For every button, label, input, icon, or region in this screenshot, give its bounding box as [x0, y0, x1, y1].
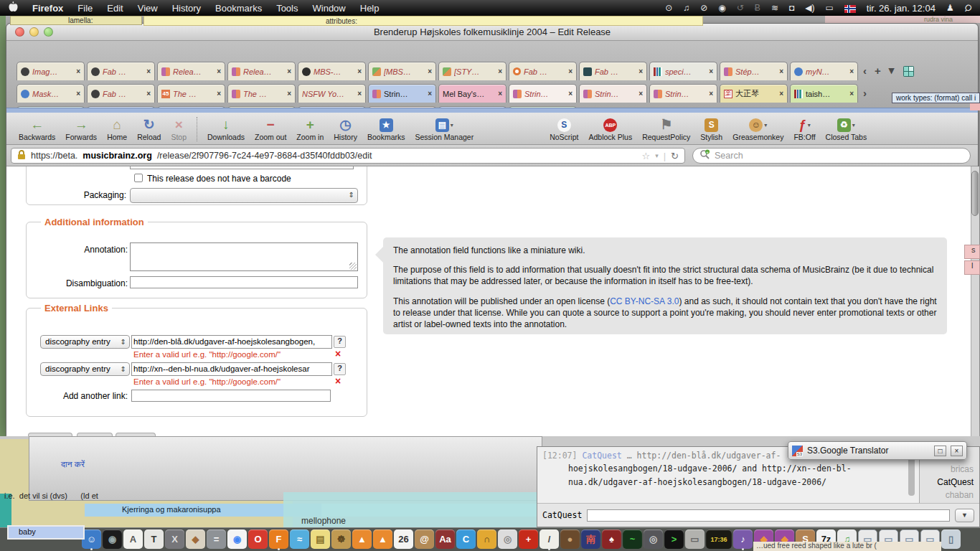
tab-close-icon[interactable]: × [849, 67, 854, 75]
toolbar-stylish[interactable]: SStylish [695, 117, 727, 141]
tab-close-icon[interactable]: × [217, 67, 221, 75]
menu-view[interactable]: View [138, 3, 158, 14]
volume-icon[interactable]: ◀) [805, 0, 814, 16]
menu-help[interactable]: Help [360, 3, 380, 14]
tab-the[interactable]: 45The …× [157, 84, 225, 103]
dock-pen-app[interactable]: / [540, 529, 559, 549]
tab-close-icon[interactable]: × [498, 67, 502, 75]
user-switch-icon[interactable]: ♟ [946, 0, 954, 16]
dock-cards[interactable]: ♠ [602, 529, 621, 549]
menubar-clock[interactable]: tir. 26. jan. 12:04 [867, 3, 936, 14]
toolbar-requestpolicy[interactable]: ⚑RequestPolicy [637, 117, 695, 141]
toolbar-noscript[interactable]: SNoScript [545, 117, 583, 141]
tab-item[interactable]: 楽大正琴× [720, 84, 788, 103]
tab-close-icon[interactable]: × [428, 90, 432, 98]
tab-mask[interactable]: Mask…× [17, 84, 85, 103]
toolbar-bookmarks[interactable]: ★Bookmarks [362, 117, 410, 141]
tab-close-icon[interactable]: × [146, 67, 151, 75]
link-help-button[interactable]: ? [334, 363, 346, 375]
link-url-input[interactable]: http://xn--den-bl-nua.dk/udgaver-af-hoej… [131, 362, 332, 376]
dock-addressbook[interactable]: @ [415, 529, 434, 549]
tab-close-icon[interactable]: × [287, 90, 291, 98]
window-titlebar[interactable]: Brenderup Højskoles folkemusiklinje 2004… [6, 24, 978, 41]
irc-message-input[interactable] [587, 509, 950, 522]
menu-file[interactable]: File [77, 3, 93, 14]
new-tab-button[interactable]: + [875, 65, 881, 77]
dock-stickies[interactable]: ▤ [311, 529, 330, 549]
dock-bittorrent[interactable]: C [456, 529, 476, 549]
irc-nick-catquest[interactable]: CatQuest [920, 476, 974, 489]
translator-close-button[interactable]: × [951, 446, 963, 456]
remove-link-icon[interactable]: × [335, 348, 341, 359]
add-link-input[interactable] [131, 390, 331, 402]
barcode-input[interactable] [130, 166, 354, 169]
dock-dashboard[interactable]: ◉ [103, 529, 122, 549]
scrollbar-thumb[interactable] [971, 171, 979, 216]
link-type-select[interactable]: discography entry⇕ [40, 362, 130, 376]
disambiguation-input[interactable] [130, 276, 358, 288]
toolbar-session-manager[interactable]: ▤▾Session Manager [410, 117, 479, 141]
dock-terminal[interactable]: > [664, 529, 684, 549]
toolbar-zoom-in[interactable]: +Zoom in [291, 117, 329, 141]
tab-close-icon[interactable]: × [146, 90, 151, 98]
translator-minimize-button[interactable]: □ [934, 446, 946, 456]
license-link[interactable]: CC BY-NC-SA 3.0 [610, 296, 679, 306]
tab-speci[interactable]: speci…× [649, 62, 717, 80]
dock-scope[interactable]: ~ [623, 529, 642, 549]
tab-strin[interactable]: Strin…× [509, 84, 577, 103]
toolbar-downloads[interactable]: ↓Downloads [202, 117, 250, 141]
tab-mbs[interactable]: MBS-…× [298, 62, 366, 80]
tab-taish[interactable]: taish…× [790, 84, 858, 103]
irc-nick-bricas[interactable]: bricas [920, 463, 974, 476]
tab-close-icon[interactable]: × [779, 67, 783, 75]
url-reload-icon[interactable]: ↻ [671, 151, 679, 161]
tab-strin[interactable]: Strin…× [579, 84, 647, 103]
keychain-lock-icon[interactable]: ◘ [789, 0, 794, 16]
dock-opera[interactable]: O [248, 529, 268, 549]
no-barcode-checkbox[interactable] [134, 174, 143, 182]
apple-menu-icon[interactable] [9, 1, 18, 14]
wifi-icon[interactable]: ≋ [771, 0, 778, 16]
dock-coffee[interactable]: ● [560, 529, 580, 549]
toolbar-stop[interactable]: ×Stop [166, 117, 192, 141]
search-bar[interactable]: + Search [692, 148, 971, 164]
dock-water-app[interactable]: ≈ [290, 529, 309, 549]
dock-latex[interactable]: T [144, 529, 164, 549]
menu-tools[interactable]: Tools [276, 3, 298, 14]
tab-close-icon[interactable]: × [568, 90, 573, 98]
dock-ical[interactable]: 26 [394, 529, 413, 549]
tab-groups-icon[interactable] [903, 66, 914, 77]
annotation-textarea[interactable] [130, 242, 358, 271]
menu-window[interactable]: Window [313, 3, 346, 14]
link-url-input[interactable]: http://den-blå.dk/udgaver-af-hoejskolesa… [131, 335, 332, 349]
dock-iphoto[interactable]: ◆ [186, 529, 205, 549]
tab-close-icon[interactable]: × [357, 67, 362, 75]
dock-dvd[interactable]: ◎ [498, 529, 517, 549]
tab-strin[interactable]: Strin…× [368, 84, 436, 103]
bluetooth-icon[interactable]: Ƀ [755, 0, 760, 16]
tab-strin[interactable]: Strin…× [649, 84, 717, 103]
toolbar-adblock-plus[interactable]: ABPAdblock Plus [583, 117, 637, 141]
do-not-disturb-icon[interactable]: ⊘ [700, 0, 707, 16]
tab-close-icon[interactable]: × [709, 90, 713, 98]
tab-nsfw-yo[interactable]: NSFW Yo…× [298, 84, 366, 103]
tab-relea[interactable]: Relea…× [157, 62, 225, 80]
toolbar-greasemonkey[interactable]: ☺▾Greasemonkey [727, 117, 788, 141]
time-machine-icon[interactable]: ↺ [737, 0, 744, 16]
tab-imag[interactable]: Imag…× [17, 62, 85, 80]
tab-st-p[interactable]: Stép…× [720, 62, 788, 80]
toolbar-forwards[interactable]: →Forwards [60, 117, 102, 141]
dock-warning-lcd[interactable]: 17:36 [706, 529, 732, 549]
tab-scroll-left-icon[interactable]: ‹ [863, 65, 867, 77]
dock-audio-app[interactable]: ∩ [477, 529, 496, 549]
menu-firefox[interactable]: Firefox [32, 3, 63, 14]
bookmark-star-icon[interactable]: ☆ [642, 151, 651, 161]
toolbar-fb-off[interactable]: ƒ▾FB:Off [788, 117, 820, 141]
toolbar-zoom-out[interactable]: −Zoom out [250, 117, 291, 141]
tab-close-icon[interactable]: × [709, 67, 713, 75]
tab-mel-bay-s[interactable]: Mel Bay's…× [438, 84, 507, 103]
tab-fab[interactable]: Fab …× [87, 62, 155, 80]
link-type-select[interactable]: discography entry⇕ [40, 335, 130, 349]
dock-vlc-2[interactable]: ▲ [373, 529, 392, 549]
tab-close-icon[interactable]: × [779, 90, 783, 98]
